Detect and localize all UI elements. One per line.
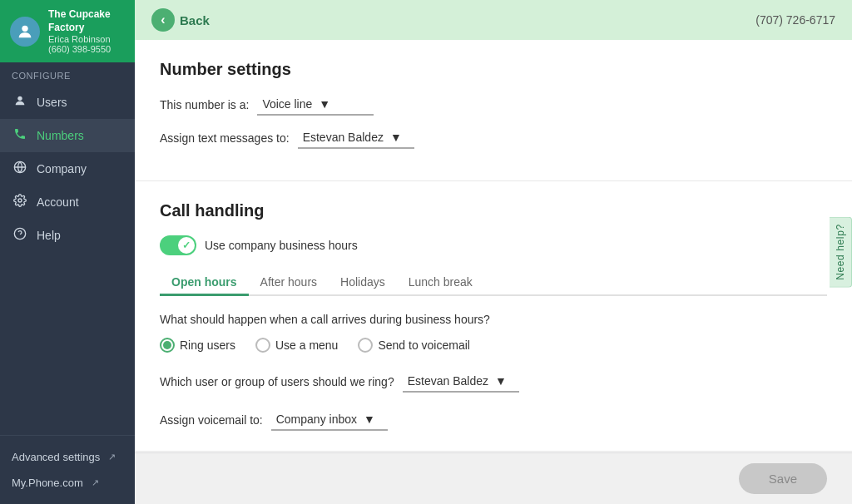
topbar: ‹ Back (707) 726-6717 <box>135 0 852 40</box>
configure-label: CONFIGURE <box>0 62 135 86</box>
number-type-row: This number is a: Voice line ▼ <box>160 94 827 116</box>
sidebar-item-company[interactable]: Company <box>0 152 135 185</box>
company-icon <box>12 161 28 177</box>
sidebar-item-users[interactable]: Users <box>0 86 135 119</box>
content-area: Number settings This number is a: Voice … <box>135 40 852 452</box>
numbers-icon <box>12 127 28 144</box>
business-hours-toggle-row: ✓ Use company business hours <box>160 235 827 255</box>
ring-users-option[interactable]: Ring users <box>160 338 235 353</box>
voicemail-value: Company inbox <box>276 413 357 426</box>
users-label: Users <box>37 96 67 109</box>
number-type-dropdown[interactable]: Voice line ▼ <box>257 94 374 116</box>
call-handling-tabs: Open hours After hours Holidays Lunch br… <box>160 270 827 296</box>
use-menu-option[interactable]: Use a menu <box>255 338 338 353</box>
my-phone-link[interactable]: My.Phone.com ↗ <box>0 470 135 496</box>
which-user-value: Estevan Baldez <box>408 374 488 388</box>
numbers-label: Numbers <box>37 129 84 142</box>
assign-text-row: Assign text messages to: Estevan Baldez … <box>160 127 827 149</box>
which-user-dropdown[interactable]: Estevan Baldez ▼ <box>403 371 519 393</box>
call-handling-section: Call handling ✓ Use company business hou… <box>135 181 852 452</box>
my-phone-label: My.Phone.com <box>12 477 83 489</box>
tab-after-hours[interactable]: After hours <box>249 270 329 296</box>
svg-point-1 <box>17 96 22 101</box>
voicemail-label: Assign voicemail to: <box>160 413 263 427</box>
which-user-label: Which user or group of users should we r… <box>160 375 394 388</box>
voicemail-row: Assign voicemail to: Company inbox ▼ <box>160 409 827 431</box>
assign-text-label: Assign text messages to: <box>160 131 290 145</box>
ring-options-group: Ring users Use a menu Send to voicemail <box>160 338 827 353</box>
sidebar-nav: Users Numbers Company Account Help <box>0 86 135 435</box>
ring-users-radio-inner <box>163 341 171 349</box>
users-icon <box>12 94 28 111</box>
toggle-knob: ✓ <box>178 237 195 254</box>
assign-text-value: Estevan Baldez <box>303 131 384 144</box>
which-user-arrow-icon: ▼ <box>495 374 507 388</box>
help-label: Help <box>37 229 61 242</box>
save-bar: Save <box>135 452 852 504</box>
number-type-value: Voice line <box>262 97 312 111</box>
assign-text-arrow-icon: ▼ <box>390 131 402 144</box>
company-name: The Cupcake Factory <box>48 8 125 34</box>
sidebar-item-numbers[interactable]: Numbers <box>0 119 135 152</box>
number-type-arrow-icon: ▼ <box>319 97 330 111</box>
user-phone: (660) 398-9550 <box>48 44 125 54</box>
ring-users-radio[interactable] <box>160 338 175 353</box>
voicemail-arrow-icon: ▼ <box>364 413 375 426</box>
main-content: ‹ Back (707) 726-6717 Number settings Th… <box>135 0 852 504</box>
tab-lunch-break[interactable]: Lunch break <box>397 270 484 296</box>
external-link-icon-2: ↗ <box>92 477 99 488</box>
send-voicemail-option[interactable]: Send to voicemail <box>358 338 470 353</box>
save-button[interactable]: Save <box>739 463 827 494</box>
sidebar: The Cupcake Factory Erica Robinson (660)… <box>0 0 135 504</box>
number-type-label: This number is a: <box>160 98 249 111</box>
ring-users-label: Ring users <box>180 338 235 352</box>
advanced-settings-link[interactable]: Advanced settings ↗ <box>0 444 135 470</box>
assign-text-dropdown[interactable]: Estevan Baldez ▼ <box>298 127 414 149</box>
send-voicemail-label: Send to voicemail <box>378 338 470 352</box>
business-hours-toggle[interactable]: ✓ <box>160 235 196 255</box>
need-help-label: Need help? <box>835 224 846 279</box>
account-icon <box>12 194 28 210</box>
call-handling-question: What should happen when a call arrives d… <box>160 313 827 326</box>
account-label: Account <box>37 195 79 209</box>
user-name: Erica Robinson <box>48 34 125 44</box>
company-label: Company <box>37 162 87 175</box>
tab-open-hours[interactable]: Open hours <box>160 270 249 296</box>
avatar <box>10 17 40 47</box>
external-link-icon: ↗ <box>108 452 116 462</box>
svg-point-3 <box>18 199 22 202</box>
phone-number-display: (707) 726-6717 <box>755 13 835 27</box>
sidebar-footer: Advanced settings ↗ My.Phone.com ↗ <box>0 435 135 504</box>
need-help-container: Need help? <box>830 216 852 287</box>
toggle-label: Use company business hours <box>205 239 358 252</box>
number-settings-section: Number settings This number is a: Voice … <box>135 40 852 181</box>
use-menu-label: Use a menu <box>275 338 338 352</box>
svg-point-0 <box>22 25 27 31</box>
which-user-row: Which user or group of users should we r… <box>160 371 827 393</box>
send-voicemail-radio[interactable] <box>358 338 373 353</box>
need-help-tab[interactable]: Need help? <box>830 216 852 287</box>
sidebar-item-account[interactable]: Account <box>0 185 135 219</box>
help-icon <box>12 227 28 244</box>
back-button[interactable]: ‹ Back <box>151 8 210 32</box>
advanced-settings-label: Advanced settings <box>12 451 100 463</box>
use-menu-radio[interactable] <box>255 338 270 353</box>
back-circle-icon: ‹ <box>151 8 175 32</box>
back-label: Back <box>180 13 210 27</box>
number-settings-title: Number settings <box>160 60 827 79</box>
sidebar-header: The Cupcake Factory Erica Robinson (660)… <box>0 0 135 62</box>
toggle-check-icon: ✓ <box>182 240 191 251</box>
sidebar-item-help[interactable]: Help <box>0 219 135 252</box>
voicemail-dropdown[interactable]: Company inbox ▼ <box>271 409 388 431</box>
call-handling-title: Call handling <box>160 201 827 220</box>
tab-holidays[interactable]: Holidays <box>329 270 397 296</box>
